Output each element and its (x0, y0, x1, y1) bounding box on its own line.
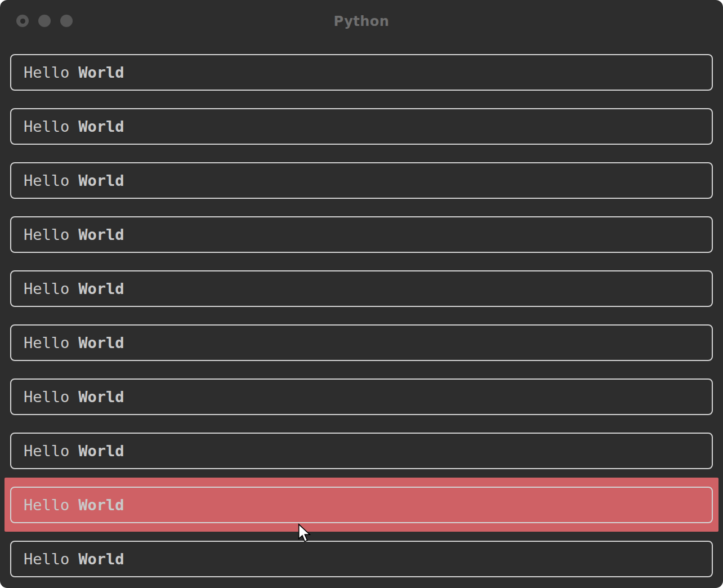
hello-world-row[interactable]: HelloWorld (5, 369, 718, 424)
hello-world-row[interactable]: HelloWorld (5, 45, 718, 99)
hello-text: Hello (24, 172, 69, 189)
hello-world-box[interactable]: HelloWorld (10, 324, 713, 361)
hello-world-box[interactable]: HelloWorld (10, 162, 713, 199)
world-text: World (78, 226, 124, 243)
hello-text: Hello (24, 334, 69, 351)
hello-world-box[interactable]: HelloWorld (10, 270, 713, 307)
hello-text: Hello (24, 280, 69, 297)
world-text: World (78, 496, 124, 514)
hello-text: Hello (24, 550, 69, 568)
hello-text: Hello (24, 64, 69, 81)
world-text: World (78, 172, 124, 189)
hello-text: Hello (24, 496, 69, 514)
hello-world-box[interactable]: HelloWorld (10, 54, 713, 91)
world-text: World (78, 442, 124, 460)
hello-text: Hello (24, 442, 69, 460)
world-text: World (78, 280, 124, 297)
titlebar: Python (0, 0, 723, 45)
hello-world-row[interactable]: HelloWorld (5, 424, 718, 478)
row-list: HelloWorld HelloWorld HelloWorld HelloWo… (0, 45, 723, 586)
hello-world-row[interactable]: HelloWorld (5, 478, 718, 532)
world-text: World (78, 64, 124, 81)
hello-world-row[interactable]: HelloWorld (5, 315, 718, 369)
world-text: World (78, 334, 124, 351)
hello-world-box[interactable]: HelloWorld (10, 108, 713, 145)
window-title: Python (0, 14, 723, 29)
hello-text: Hello (24, 226, 69, 243)
hello-world-row[interactable]: HelloWorld (5, 261, 718, 315)
python-window: Python HelloWorld HelloWorld HelloWorld … (0, 0, 723, 588)
hello-world-row[interactable]: HelloWorld (5, 532, 718, 586)
hello-world-box[interactable]: HelloWorld (10, 216, 713, 253)
hello-world-box[interactable]: HelloWorld (10, 378, 713, 415)
world-text: World (78, 388, 124, 406)
hello-world-row[interactable]: HelloWorld (5, 153, 718, 207)
hello-world-box[interactable]: HelloWorld (10, 487, 713, 523)
hello-text: Hello (24, 388, 69, 406)
hello-world-row[interactable]: HelloWorld (5, 207, 718, 261)
world-text: World (78, 550, 124, 568)
world-text: World (78, 118, 124, 135)
hello-text: Hello (24, 118, 69, 135)
hello-world-box[interactable]: HelloWorld (10, 433, 713, 469)
hello-world-row[interactable]: HelloWorld (5, 99, 718, 153)
hello-world-box[interactable]: HelloWorld (10, 541, 713, 577)
